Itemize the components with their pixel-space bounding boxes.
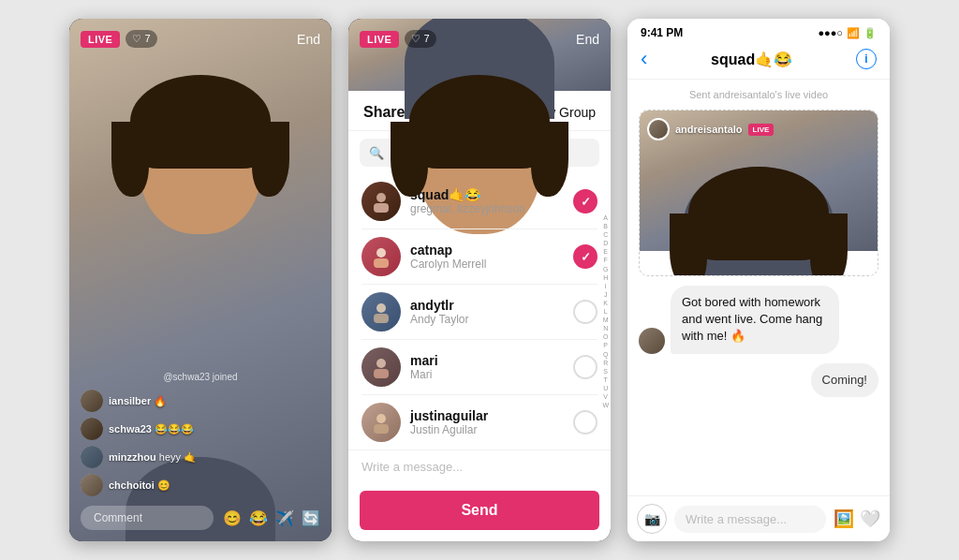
chat-inner: 9:41 PM ●●●○ 📶 🔋 ‹ squad🤙😂 i Sent andrei… [627,19,890,541]
chat-bubble-left: Got bored with homework and went live. C… [639,286,878,354]
info-button[interactable]: i [856,49,877,69]
phone-live: LIVE ♡ 7 End @schwa23 joined iansilber 🔥… [69,19,332,541]
video-user-avatar [647,118,670,140]
emoji-icon[interactable]: 😊 [223,509,242,527]
comment-name-2: schwa23 [109,423,152,435]
comment-avatar-3 [81,446,103,468]
contact-avatar-squad [361,182,401,221]
contact-item-mari[interactable]: mari Mari [348,340,611,394]
video-label-bar: andreisantalo LIVE [647,118,774,140]
comment-avatar-2 [81,418,103,440]
battery-icon: 🔋 [863,27,877,39]
contacts-list: A B C D E F G H I J K L M N O [348,174,611,449]
svg-rect-5 [374,314,389,323]
contact-sub-squad: gregmar, lizzeyjohnson [410,202,573,215]
chat-message-input[interactable]: Write a message... [674,506,826,533]
svg-point-6 [376,359,386,368]
contact-sub-mari: Mari [410,368,573,381]
svg-point-4 [376,303,386,313]
share-title: Share [363,104,405,121]
wifi-icon: 📶 [847,27,860,39]
share-icon[interactable]: ✈️ [275,509,294,527]
system-message: Sent andreisantalo's live video [639,89,878,100]
live-icons: 😊 😂 ✈️ 🔄 [223,509,320,527]
svg-point-8 [376,414,386,423]
svg-rect-9 [374,424,389,434]
share-hair-top [409,75,550,169]
search-icon: 🔍 [369,146,384,160]
comment-name-1: iansilber [109,395,151,406]
contact-name-andytlr: andytlr [410,298,573,313]
live-header: LIVE ♡ 7 End [81,30,320,48]
contact-info-andytlr: andytlr Andy Taylor [410,298,573,326]
chat-action-icons: 🖼️ 🤍 [834,508,880,529]
contact-check-mari[interactable] [573,355,598,379]
live-comment-2: schwa23 😂😂😂 [81,418,320,440]
share-inner: LIVE ♡ 7 End Share New Group 🔍 Search [348,19,611,541]
video-username: andreisantalo [675,124,743,135]
chat-input-bar: 📷 Write a message... 🖼️ 🤍 [627,495,890,541]
share-end-btn[interactable]: End [576,32,599,47]
contact-avatar-justina [361,403,401,442]
write-message-field[interactable]: Write a message... [348,449,611,483]
hair-top [130,75,271,169]
main-container: LIVE ♡ 7 End @schwa23 joined iansilber 🔥… [0,0,959,560]
refresh-icon[interactable]: 🔄 [302,509,320,527]
gallery-icon[interactable]: 🖼️ [834,508,854,529]
live-comment-field[interactable]: Comment [81,506,214,530]
contact-sub-andytlr: Andy Taylor [410,313,573,326]
contact-name-justina: justinaguilar [410,408,573,423]
contact-check-andytlr[interactable] [573,300,598,324]
comment-text-2: schwa23 😂😂😂 [109,423,194,435]
heart-icon[interactable]: 🤍 [860,508,880,529]
share-live-viewers: ♡ 7 [405,30,435,48]
live-comment-1: iansilber 🔥 [81,390,320,412]
send-button[interactable]: Send [360,491,599,530]
live-video-thumbnail: andreisantalo LIVE [640,111,878,251]
back-button[interactable]: ‹ [641,47,647,71]
comment-avatar-4 [81,474,103,496]
chat-user-avatar [639,328,665,354]
emoji2-icon[interactable]: 😂 [249,509,268,527]
live-end-button[interactable]: End [297,32,320,47]
live-badge: LIVE [81,31,120,48]
contact-check-justina[interactable] [573,410,598,435]
contact-name-mari: mari [410,353,573,368]
chat-body: Sent andreisantalo's live video [627,80,890,495]
contact-avatar-catnap [361,237,401,276]
contact-sub-catnap: Carolyn Merrell [410,258,573,271]
chat-title: squad🤙😂 [711,51,792,68]
contact-check-squad[interactable] [573,189,598,214]
phone-chat: 9:41 PM ●●●○ 📶 🔋 ‹ squad🤙😂 i Sent andrei… [627,19,890,541]
contact-check-catnap[interactable] [573,244,598,269]
share-live-left: LIVE ♡ 7 [360,30,436,48]
message-bubble-right: Coming! [811,363,878,397]
contact-info-justina: justinaguilar Justin Aguilar [410,408,573,436]
svg-point-0 [376,193,386,202]
status-time: 9:41 PM [641,26,683,39]
contact-item-andytlr[interactable]: andytlr Andy Taylor [348,285,611,339]
camera-button[interactable]: 📷 [637,504,667,534]
status-icons: ●●●○ 📶 🔋 [818,27,877,39]
svg-rect-3 [374,258,389,268]
svg-rect-1 [374,203,389,213]
live-comment-4: chchoitoi 😊 [81,474,320,496]
svg-rect-7 [374,369,389,378]
live-comments-list: iansilber 🔥 schwa23 😂😂😂 minzzhou heyy 🤙 … [81,390,320,496]
status-bar: 9:41 PM ●●●○ 📶 🔋 [627,19,890,43]
live-viewers: ♡ 7 [125,30,156,48]
comment-text-4: chchoitoi 😊 [109,479,170,492]
live-input-bar: Comment 😊 😂 ✈️ 🔄 [81,506,320,530]
video-live-badge: LIVE [748,124,775,136]
contact-name-catnap: catnap [410,243,573,258]
live-video-card[interactable]: andreisantalo LIVE Watch Live Video [639,110,878,276]
live-comment-3: minzzhou heyy 🤙 [81,446,320,468]
contact-item-catnap[interactable]: catnap Carolyn Merrell [348,229,611,284]
contact-item-justina[interactable]: justinaguilar Justin Aguilar [348,395,611,449]
camera-icon: 📷 [644,511,660,526]
chat-nav: ‹ squad🤙😂 i [627,43,890,80]
contact-item-squad[interactable]: squad🤙😂 gregmar, lizzeyjohnson [348,174,611,228]
live-joined-text: @schwa23 joined [81,372,320,382]
message-bubble-left: Got bored with homework and went live. C… [671,286,839,354]
contact-avatar-mari [361,347,401,387]
